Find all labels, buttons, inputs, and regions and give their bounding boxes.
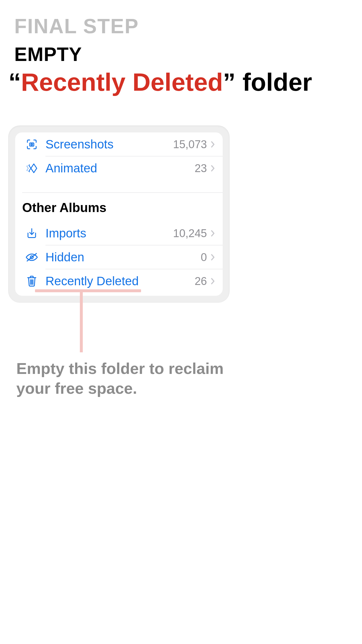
- open-quote: “: [8, 68, 21, 96]
- section-header-other-albums: Other Albums: [15, 193, 223, 221]
- chevron-right-icon: [210, 164, 216, 172]
- albums-card: Screenshots 15,073: [8, 125, 230, 303]
- hidden-icon: [22, 252, 41, 262]
- trash-icon: [22, 275, 41, 287]
- top-albums-list: Screenshots 15,073: [15, 132, 223, 180]
- album-row-hidden[interactable]: Hidden 0: [15, 245, 223, 269]
- album-count: 15,073: [173, 138, 207, 151]
- screenshots-icon: [22, 139, 41, 150]
- album-row-screenshots[interactable]: Screenshots 15,073: [15, 132, 223, 156]
- imports-icon: [22, 228, 41, 239]
- album-label: Screenshots: [41, 137, 173, 151]
- album-count: 23: [195, 162, 207, 175]
- album-row-animated[interactable]: Animated 23: [15, 156, 223, 180]
- callout-connector-line: [80, 289, 83, 352]
- caption-text: Empty this folder to reclaim your free s…: [16, 359, 226, 398]
- animated-icon: [22, 163, 41, 174]
- chevron-right-icon: [210, 253, 216, 261]
- album-count: 26: [195, 275, 207, 288]
- section-gap: [15, 180, 223, 192]
- empty-word: EMPTY: [14, 43, 352, 65]
- chevron-right-icon: [210, 277, 216, 285]
- close-quote: ”: [223, 68, 236, 96]
- album-label: Imports: [41, 226, 173, 240]
- albums-card-inner: Screenshots 15,073: [15, 132, 223, 296]
- svg-point-1: [31, 144, 33, 145]
- chevron-right-icon: [210, 229, 216, 237]
- album-row-imports[interactable]: Imports 10,245: [15, 221, 223, 245]
- album-label: Hidden: [41, 250, 201, 264]
- album-label: Animated: [41, 161, 195, 175]
- album-count: 10,245: [173, 227, 207, 240]
- header-block: FINAL STEP EMPTY “Recently Deleted” fold…: [14, 15, 352, 95]
- folder-word: folder: [236, 68, 312, 96]
- kicker-text: FINAL STEP: [14, 15, 352, 38]
- album-count: 0: [201, 251, 207, 264]
- other-albums-list: Imports 10,245: [15, 221, 223, 293]
- album-label: Recently Deleted: [41, 274, 195, 288]
- highlighted-phrase: Recently Deleted: [21, 69, 223, 95]
- callout-underline: [35, 289, 141, 292]
- chevron-right-icon: [210, 140, 216, 148]
- title-line: “Recently Deleted” folder: [8, 69, 352, 95]
